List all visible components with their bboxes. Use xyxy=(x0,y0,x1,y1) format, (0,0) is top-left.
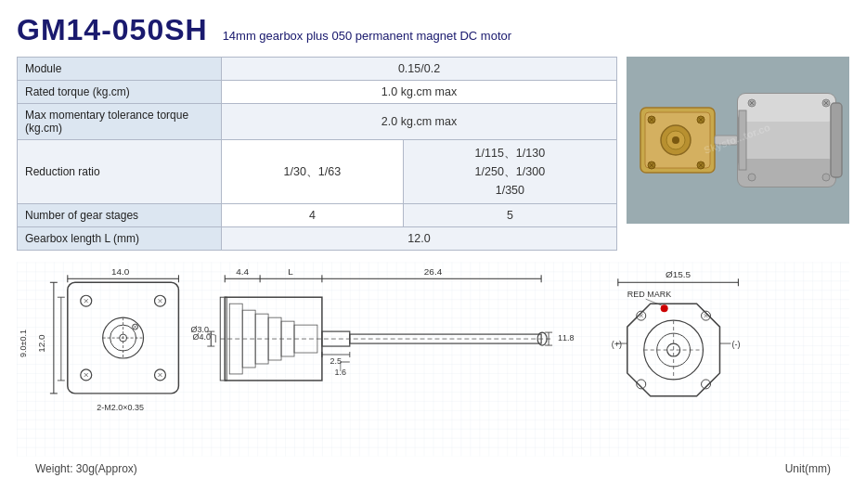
svg-text:26.4: 26.4 xyxy=(424,266,443,277)
model-subtitle: 14mm gearbox plus 050 permanent magnet D… xyxy=(223,29,511,43)
technical-diagram: 14.0 12.0 9.0±0.1 xyxy=(17,262,849,457)
table-row: Module 0.15/0.2 xyxy=(18,58,617,81)
gear-stages-val1: 4 xyxy=(222,204,404,227)
svg-point-26 xyxy=(748,174,756,181)
gearbox-label: Gearbox length L (mm) xyxy=(18,227,222,251)
table-row: Max momentary tolerance torque (kg.cm) 2… xyxy=(18,104,617,140)
reduction-val2: 1/115、1/130 1/250、1/300 1/350 xyxy=(403,140,616,204)
specs-section: Module 0.15/0.2 Rated torque (kg.cm) 1.0… xyxy=(17,57,617,251)
footer: Weight: 30g(Approx) Unit(mm) xyxy=(17,462,849,475)
gearbox-value: 12.0 xyxy=(222,227,617,251)
header: GM14-050SH 14mm gearbox plus 050 permane… xyxy=(17,13,849,47)
svg-text:2.5: 2.5 xyxy=(330,356,342,366)
page: GM14-050SH 14mm gearbox plus 050 permane… xyxy=(0,0,866,485)
gear-stages-label: Number of gear stages xyxy=(18,204,222,227)
svg-text:L: L xyxy=(288,266,293,277)
main-content: Module 0.15/0.2 Rated torque (kg.cm) 1.0… xyxy=(17,57,849,251)
svg-rect-33 xyxy=(17,262,849,456)
specs-table: Module 0.15/0.2 Rated torque (kg.cm) 1.0… xyxy=(17,57,617,251)
svg-text:14.0: 14.0 xyxy=(111,266,130,277)
svg-text:4.4: 4.4 xyxy=(236,266,249,277)
reduction-ratio-row: Reduction ratio 1/30、1/63 1/115、1/130 1/… xyxy=(18,140,617,204)
module-value: 0.15/0.2 xyxy=(222,58,617,81)
svg-rect-20 xyxy=(738,94,835,122)
svg-text:Ø15.5: Ø15.5 xyxy=(666,269,692,279)
svg-text:Ø3.0: Ø3.0 xyxy=(191,325,209,334)
svg-text:9.0±0.1: 9.0±0.1 xyxy=(19,330,28,357)
svg-point-132 xyxy=(661,304,668,312)
gearbox-row: Gearbox length L (mm) 12.0 xyxy=(18,227,617,251)
max-torque-value: 2.0 kg.cm max xyxy=(222,104,617,140)
svg-text:11.8: 11.8 xyxy=(558,333,574,342)
reduction-label: Reduction ratio xyxy=(18,140,222,204)
svg-text:RED MARK: RED MARK xyxy=(627,290,671,299)
model-title: GM14-050SH xyxy=(17,13,208,47)
svg-rect-21 xyxy=(738,159,835,187)
svg-rect-22 xyxy=(831,103,842,177)
max-torque-label: Max momentary tolerance torque (kg.cm) xyxy=(18,104,222,140)
svg-text:12.0: 12.0 xyxy=(36,334,46,353)
svg-text:(+): (+) xyxy=(612,340,622,349)
svg-point-27 xyxy=(822,174,830,181)
gear-stages-row: Number of gear stages 4 5 xyxy=(18,204,617,227)
table-row: Rated torque (kg.cm) 1.0 kg.cm max xyxy=(18,81,617,104)
unit-note: Unit(mm) xyxy=(785,462,831,475)
module-label: Module xyxy=(18,58,222,81)
motor-illustration: Skysto...tor.co xyxy=(631,66,845,214)
svg-text:(-): (-) xyxy=(731,340,740,349)
svg-point-9 xyxy=(672,136,679,144)
rated-torque-label: Rated torque (kg.cm) xyxy=(18,81,222,104)
diagrams-section: 14.0 12.0 9.0±0.1 xyxy=(17,262,849,457)
gear-stages-val2: 5 xyxy=(403,204,616,227)
rated-torque-value: 1.0 kg.cm max xyxy=(222,81,617,104)
svg-text:2-M2.0×0.35: 2-M2.0×0.35 xyxy=(97,403,144,412)
reduction-val1: 1/30、1/63 xyxy=(222,140,404,204)
product-image: Skysto...tor.co xyxy=(627,57,849,224)
weight-note: Weight: 30g(Approx) xyxy=(35,462,137,475)
